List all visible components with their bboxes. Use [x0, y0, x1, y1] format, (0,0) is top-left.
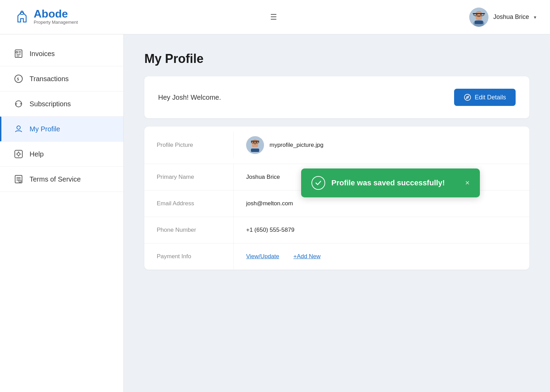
profile-card: Profile Picture	[144, 127, 529, 270]
page-title: My Profile	[144, 52, 529, 66]
logo-icon	[14, 9, 30, 25]
profile-label-email: Email Address	[144, 190, 234, 217]
logo-text: Abode Property Management	[34, 8, 78, 25]
welcome-card: Hey Josh! Welcome. Edit Details	[144, 76, 529, 118]
sidebar-item-label: Invoices	[30, 50, 55, 58]
sidebar-item-help[interactable]: Help	[0, 142, 123, 167]
svg-point-34	[20, 182, 20, 182]
profile-row-picture: Profile Picture	[144, 127, 529, 164]
app-header: Abode Property Management ☰ Joshua Brice…	[0, 0, 550, 34]
sidebar-item-label: My Profile	[30, 125, 60, 133]
help-icon	[14, 149, 23, 159]
transactions-icon: $	[14, 74, 23, 84]
sidebar: Invoices $ Transactions Sub	[0, 34, 124, 392]
svg-point-21	[17, 126, 20, 129]
edit-icon	[464, 94, 471, 101]
user-menu[interactable]: Joshua Brice ▾	[469, 8, 536, 27]
view-update-link[interactable]: View/Update	[246, 253, 279, 260]
profile-label-payment: Payment Info	[144, 243, 234, 270]
terms-icon	[14, 174, 23, 184]
sidebar-item-label: Help	[30, 150, 44, 158]
profile-label-picture: Profile Picture	[144, 132, 234, 158]
profile-value-phone: +1 (650) 555-5879	[234, 217, 307, 243]
sidebar-item-label: Transactions	[30, 75, 69, 83]
logo-title: Abode	[34, 8, 78, 19]
sidebar-item-label: Terms of Service	[30, 175, 81, 183]
svg-rect-40	[251, 149, 259, 152]
hamburger-menu-icon[interactable]: ☰	[270, 13, 277, 22]
sidebar-item-label: Subscriptions	[30, 100, 71, 108]
svg-rect-8	[475, 21, 483, 24]
logo-subtitle: Property Management	[34, 19, 78, 25]
profile-label-name: Primary Name	[144, 164, 234, 190]
username-label: Joshua Brice	[493, 13, 529, 21]
svg-rect-39	[252, 143, 258, 147]
profile-value-payment: View/Update +Add New	[234, 243, 333, 270]
profile-row-phone: Phone Number +1 (650) 555-5879	[144, 217, 529, 243]
profile-value-name: Joshua Brice	[234, 164, 292, 190]
toast-check-icon	[311, 176, 325, 190]
profile-value-picture: myprofile_picture.jpg	[234, 127, 336, 164]
success-toast: Profile was saved successfully! ×	[301, 168, 480, 197]
avatar	[469, 8, 488, 27]
profile-row-payment: Payment Info View/Update +Add New	[144, 243, 529, 270]
sidebar-item-my-profile[interactable]: My Profile	[0, 117, 123, 142]
profile-picture-filename: myprofile_picture.jpg	[270, 142, 323, 149]
profile-value-email: josh@melton.com	[234, 190, 305, 217]
add-new-link[interactable]: +Add New	[294, 253, 321, 260]
sidebar-item-transactions[interactable]: $ Transactions	[0, 66, 123, 91]
profile-label-phone: Phone Number	[144, 217, 234, 243]
user-chevron-icon: ▾	[534, 14, 536, 20]
main-layout: Invoices $ Transactions Sub	[0, 34, 550, 392]
toast-message: Profile was saved successfully!	[331, 178, 445, 187]
profile-icon	[14, 124, 23, 134]
toast-close-button[interactable]: ×	[465, 178, 470, 187]
welcome-message: Hey Josh! Welcome.	[158, 94, 221, 101]
sidebar-item-terms-of-service[interactable]: Terms of Service	[0, 167, 123, 192]
svg-text:$: $	[17, 76, 19, 81]
profile-picture-thumbnail	[246, 136, 264, 154]
logo-area: Abode Property Management	[14, 8, 78, 25]
sidebar-item-subscriptions[interactable]: Subscriptions	[0, 91, 123, 117]
subscriptions-icon	[14, 99, 23, 109]
sidebar-item-invoices[interactable]: Invoices	[0, 41, 123, 66]
svg-point-36	[467, 97, 468, 98]
svg-point-14	[16, 52, 18, 53]
main-content: My Profile Hey Josh! Welcome. Edit Detai…	[124, 34, 550, 392]
edit-details-button[interactable]: Edit Details	[454, 89, 516, 106]
invoice-icon	[14, 49, 23, 58]
svg-point-23	[17, 153, 20, 155]
